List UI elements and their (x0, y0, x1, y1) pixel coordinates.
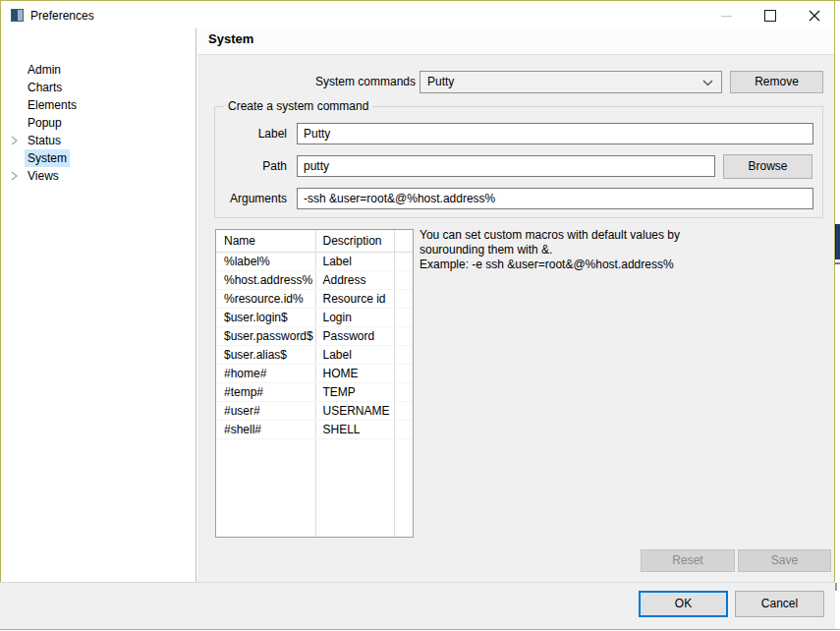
macro-description-cell: Label (314, 253, 393, 270)
sidebar-item-label: Admin (25, 61, 64, 79)
sidebar-item-elements[interactable]: Elements (1, 96, 196, 114)
macro-name-cell: %resource.id% (216, 290, 314, 308)
minimize-button[interactable] (710, 2, 742, 29)
macro-name-cell: #temp# (216, 383, 314, 401)
macro-name-cell: $user.password$ (216, 327, 314, 345)
macro-name-cell: %host.address% (216, 271, 314, 289)
sidebar-item-label: Charts (25, 79, 65, 96)
macro-description-cell: Label (314, 346, 393, 364)
maximize-button[interactable] (755, 2, 786, 29)
macro-name-cell: %label% (216, 253, 314, 270)
macro-description-cell: Login (314, 309, 393, 326)
table-row[interactable]: $user.password$Password (216, 327, 413, 346)
table-row[interactable]: #home#HOME (216, 365, 413, 383)
path-field[interactable] (297, 155, 715, 177)
system-commands-selected-value: Putty (427, 75, 454, 88)
macro-extra-cell (393, 421, 413, 438)
background-window-artifact (835, 224, 840, 259)
macro-extra-cell (393, 365, 413, 382)
macro-description-cell: SHELL (314, 421, 393, 438)
desktop-background-strip (835, 1, 840, 629)
macro-table-body: %label%Label%host.address%Address%resour… (216, 253, 413, 439)
macro-extra-cell (393, 346, 413, 364)
column-header-extra (393, 230, 413, 252)
window-border-bottom (0, 629, 840, 630)
macro-description-cell: Resource id (314, 290, 393, 308)
sidebar-item-label: Elements (25, 96, 80, 114)
sidebar-item-popup[interactable]: Popup (1, 114, 196, 132)
macro-extra-cell (393, 327, 413, 345)
sidebar-item-label: System (25, 149, 70, 167)
macro-extra-cell (393, 290, 413, 308)
arguments-field[interactable] (297, 188, 813, 209)
table-row[interactable]: #shell#SHELL (216, 421, 413, 439)
label-field[interactable] (297, 123, 813, 144)
macro-description-cell: HOME (314, 365, 393, 382)
window-title: Preferences (30, 2, 94, 29)
macro-table: Name Description %label%Label%host.addre… (215, 229, 414, 538)
sidebar-item-label: Status (25, 132, 64, 149)
sidebar-item-charts[interactable]: Charts (1, 79, 196, 96)
macro-name-cell: $user.alias$ (216, 346, 314, 364)
sidebar: AdminChartsElementsPopupStatusSystemView… (1, 29, 196, 582)
close-button[interactable] (799, 2, 830, 29)
sidebar-item-admin[interactable]: Admin (1, 61, 196, 79)
help-line: Example: -e ssh &user=root&@%host.addres… (420, 258, 822, 272)
sidebar-item-status[interactable]: Status (1, 132, 196, 149)
sidebar-item-system[interactable]: System (1, 149, 196, 167)
background-window-artifact-3 (835, 583, 837, 591)
chevron-right-icon[interactable] (8, 135, 20, 146)
browse-button[interactable]: Browse (723, 154, 812, 179)
close-icon (809, 10, 820, 22)
page-title: System (208, 31, 253, 46)
macro-extra-cell (393, 402, 413, 420)
macro-description-cell: TEMP (314, 383, 393, 401)
macro-description-cell: USERNAME (314, 402, 393, 420)
macro-description-cell: Password (314, 327, 393, 345)
macro-table-header: Name Description (216, 230, 413, 253)
panel-header (197, 29, 834, 55)
table-row[interactable]: #temp#TEMP (216, 383, 413, 402)
macro-name-cell: #home# (216, 365, 314, 382)
minimize-icon (721, 16, 732, 17)
titlebar[interactable]: Preferences (1, 1, 834, 29)
column-header-description[interactable]: Description (314, 230, 393, 252)
table-row[interactable]: %resource.id%Resource id (216, 290, 413, 309)
macro-extra-cell (393, 309, 413, 326)
app-icon (11, 9, 24, 22)
sidebar-item-views[interactable]: Views (1, 167, 196, 185)
arguments-field-label: Arguments (196, 188, 287, 209)
sidebar-item-label: Views (25, 167, 62, 185)
table-row[interactable]: #user#USERNAME (216, 402, 413, 421)
macro-help-text: You can set custom macros with default v… (420, 228, 822, 272)
table-row[interactable]: %label%Label (216, 253, 413, 271)
macro-extra-cell (393, 383, 413, 401)
path-field-label: Path (196, 155, 287, 177)
save-button[interactable]: Save (738, 549, 831, 572)
chevron-right-icon[interactable] (8, 170, 20, 182)
preferences-window: Preferences AdminChartsElementsPopupStat… (0, 0, 840, 631)
help-line: You can set custom macros with default v… (420, 228, 822, 243)
table-row[interactable]: %host.address%Address (216, 271, 413, 290)
help-line: sourounding them with &. (420, 243, 822, 258)
preferences-tree: AdminChartsElementsPopupStatusSystemView… (1, 61, 196, 185)
sidebar-item-label: Popup (25, 114, 65, 132)
window-border-top (0, 0, 840, 1)
maximize-icon (764, 10, 776, 22)
reset-button[interactable]: Reset (641, 549, 735, 572)
cancel-button[interactable]: Cancel (735, 591, 824, 617)
table-row[interactable]: $user.alias$Label (216, 346, 413, 365)
column-header-name[interactable]: Name (216, 230, 314, 252)
system-commands-label: System commands (275, 71, 416, 93)
system-commands-select[interactable]: Putty (420, 71, 722, 93)
macro-name-cell: #shell# (216, 421, 314, 438)
group-legend: Create a system command (224, 99, 372, 113)
ok-button[interactable]: OK (639, 591, 728, 617)
macro-extra-cell (393, 253, 413, 270)
remove-button[interactable]: Remove (730, 71, 823, 93)
macro-name-cell: #user# (216, 402, 314, 420)
table-row[interactable]: $user.login$Login (216, 309, 413, 327)
chevron-down-icon (702, 80, 713, 86)
macro-description-cell: Address (314, 271, 393, 289)
macro-extra-cell (393, 271, 413, 289)
